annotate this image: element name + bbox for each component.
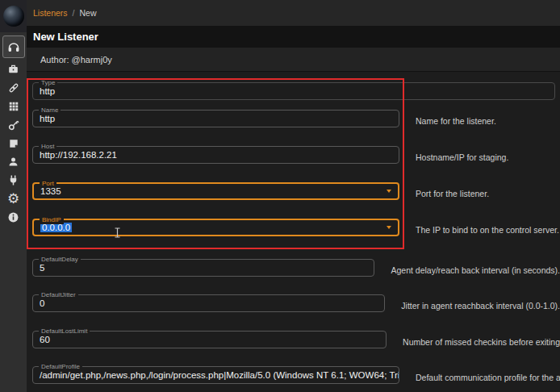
field-help-text: Default communication profile for the ag…	[416, 365, 560, 392]
field-label: BindIP	[40, 216, 64, 224]
field-value: 5	[33, 260, 374, 276]
field-value: http://192.168.2.21	[33, 147, 399, 163]
app-window: ⚙ Listeners / New New Listener Author: @…	[0, 0, 560, 392]
starkiller-logo-icon	[3, 6, 24, 27]
dropdown-caret-icon[interactable]	[387, 190, 391, 193]
dropdown-caret-icon[interactable]	[387, 226, 391, 229]
field-value: 0.0.0.0	[34, 220, 398, 235]
field-defaultprofile[interactable]: DefaultProfile /admin/get.php,/news.php,…	[32, 366, 399, 384]
field-help-text: Port for the listener.	[416, 181, 489, 218]
form-row: DefaultProfile /admin/get.php,/news.php,…	[32, 365, 560, 392]
grid-icon	[8, 101, 19, 112]
form-row: DefaultLostLimit 60 Number of missed che…	[32, 330, 560, 365]
form-row: Name http Name for the listener.	[32, 109, 560, 145]
field-value: /admin/get.php,/news.php,/login/process.…	[33, 367, 399, 383]
sidebar-item-agents[interactable]	[2, 60, 25, 78]
field-label: DefaultDelay	[39, 256, 81, 264]
top-bar: Listeners / New	[27, 0, 560, 26]
headphones-icon	[6, 40, 21, 54]
sidebar-item-stagers[interactable]	[2, 78, 25, 97]
listener-form: Type http Name http Name for the listene…	[27, 72, 560, 392]
main-area: Listeners / New New Listener Author: @ha…	[27, 0, 560, 392]
field-defaultjitter[interactable]: DefaultJitter 0	[32, 294, 385, 312]
breadcrumb-listeners-link[interactable]: Listeners	[33, 8, 68, 18]
page-title: New Listener	[33, 31, 98, 43]
field-label: Host	[39, 143, 56, 151]
sidebar-item-users[interactable]	[2, 152, 25, 171]
field-label: DefaultProfile	[39, 363, 82, 371]
field-value: 0	[33, 295, 384, 311]
gear-icon: ⚙	[7, 192, 19, 206]
info-icon	[7, 211, 19, 223]
author-row: Author: @harmj0y	[27, 48, 560, 72]
breadcrumb: Listeners / New	[33, 8, 97, 18]
sidebar-item-modules[interactable]	[2, 97, 25, 115]
form-row: Type http	[32, 81, 560, 109]
field-help-text: Name for the listener.	[416, 109, 496, 145]
field-bindip[interactable]: BindIP 0.0.0.0	[32, 219, 399, 236]
field-help-text: Hostname/IP for staging.	[416, 145, 508, 181]
content: Author: @harmj0y Type http Name http Nam…	[27, 48, 560, 392]
author-text: Author: @harmj0y	[40, 55, 112, 65]
field-help-text: Agent delay/reach back interval (in seco…	[391, 258, 560, 294]
field-label: Port	[40, 180, 56, 188]
sidebar-item-settings[interactable]: ⚙	[2, 190, 25, 208]
field-value: 1335	[34, 184, 398, 198]
sidebar-item-plugins[interactable]	[2, 171, 25, 190]
form-row: DefaultJitter 0 Jitter in agent reachbac…	[32, 294, 560, 330]
field-help-text: Number of missed checkins before exiting	[403, 330, 560, 365]
form-row: DefaultDelay 5 Agent delay/reach back in…	[32, 258, 560, 294]
field-port[interactable]: Port 1335	[32, 182, 399, 200]
user-icon	[7, 156, 19, 168]
field-label: DefaultLostLimit	[39, 327, 90, 336]
plug-icon	[7, 174, 19, 186]
form-row: Port 1335 Port for the listener.	[32, 181, 560, 218]
sidebar-item-about[interactable]	[2, 208, 25, 227]
field-value: http	[33, 111, 399, 127]
field-help-text: Jitter in agent reachback interval (0.0-…	[401, 294, 560, 330]
sidebar-nav: ⚙	[0, 32, 27, 227]
briefcase-icon	[7, 63, 19, 75]
key-icon	[7, 119, 20, 131]
breadcrumb-current: New	[80, 8, 97, 18]
field-name[interactable]: Name http	[32, 110, 399, 127]
field-help-text: The IP to bind to on the control server.	[416, 218, 559, 258]
field-type[interactable]: Type http	[32, 82, 555, 100]
field-defaultdelay[interactable]: DefaultDelay 5	[32, 259, 374, 277]
field-value: http	[33, 83, 554, 99]
sidebar-item-reporting[interactable]	[2, 134, 25, 152]
field-host[interactable]: Host http://192.168.2.21	[32, 146, 399, 164]
selected-text: 0.0.0.0	[40, 223, 72, 232]
breadcrumb-separator: /	[73, 8, 75, 18]
link-icon	[7, 81, 20, 94]
field-label: Name	[39, 106, 61, 115]
sidebar-item-credentials[interactable]	[2, 115, 25, 134]
sidebar-item-listeners[interactable]	[2, 35, 25, 58]
form-row: Host http://192.168.2.21 Hostname/IP for…	[32, 145, 560, 181]
sidebar: ⚙	[0, 0, 27, 392]
field-label: Type	[39, 79, 57, 87]
field-defaultlostlimit[interactable]: DefaultLostLimit 60	[32, 331, 387, 348]
form-row: BindIP 0.0.0.0 The IP to bind to on the …	[32, 218, 560, 258]
field-label: DefaultJitter	[39, 291, 78, 299]
app-logo[interactable]	[0, 0, 27, 32]
note-icon	[8, 138, 19, 149]
title-bar: New Listener	[27, 26, 560, 48]
